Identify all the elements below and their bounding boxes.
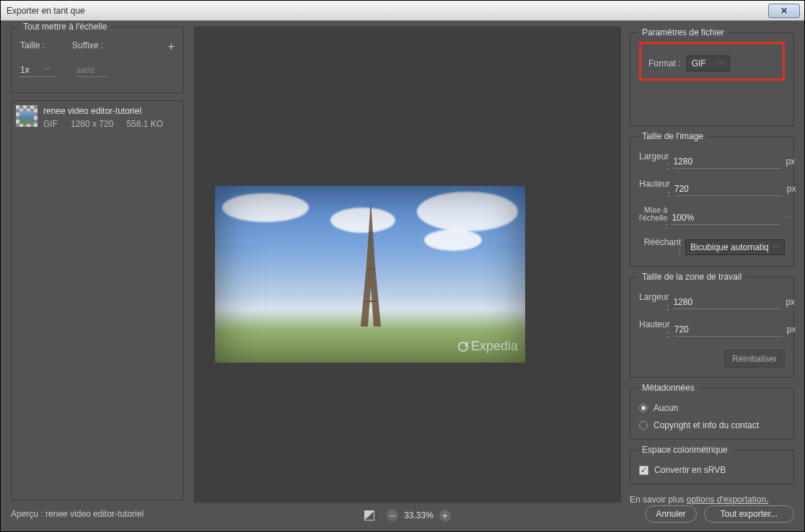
window-title: Exporter en tant que bbox=[6, 6, 85, 16]
chevron-down-icon: ﹀ bbox=[718, 59, 725, 68]
scale-label: Mise à l'échelle : bbox=[639, 206, 667, 230]
image-size-legend: Taille de l'image bbox=[638, 131, 708, 141]
colorspace-panel: Espace colorimétrique Convertir en sRVB bbox=[630, 450, 794, 484]
canvas-height-label: Hauteur : bbox=[639, 319, 670, 340]
footer: Aperçu : renee video editor-tutoriel Ann… bbox=[11, 502, 794, 526]
resample-value: Bicubique automatique bbox=[690, 242, 769, 252]
metadata-none-row[interactable]: Aucun bbox=[639, 403, 785, 413]
resample-select[interactable]: Bicubique automatique ﹀ bbox=[685, 239, 785, 255]
convert-srgb-label: Convertir en sRVB bbox=[654, 465, 726, 475]
eiffel-tower-graphic bbox=[359, 200, 382, 327]
list-item[interactable]: renee video editor-tutoriel GIF 1280 x 7… bbox=[16, 105, 179, 130]
chevron-down-icon[interactable]: ﹀ bbox=[784, 213, 791, 223]
export-all-button[interactable]: Tout exporter... bbox=[704, 505, 794, 523]
preview-status: Aperçu : renee video editor-tutoriel bbox=[11, 509, 144, 519]
format-label: Format : bbox=[648, 58, 681, 68]
canvas-size-panel: Taille de la zone de travail Largeur : p… bbox=[630, 277, 794, 378]
colorspace-legend: Espace colorimétrique bbox=[638, 445, 732, 455]
height-label: Hauteur : bbox=[639, 179, 670, 199]
canvas-height-input[interactable] bbox=[674, 323, 783, 337]
cancel-button[interactable]: Annuler bbox=[645, 505, 696, 523]
file-format: GIF bbox=[43, 118, 58, 130]
image-size-panel: Taille de l'image Largeur : px Hauteur :… bbox=[630, 136, 794, 267]
scale-input[interactable] bbox=[672, 211, 780, 225]
metadata-panel: Métadonnées Aucun Copyright et info du c… bbox=[630, 388, 794, 440]
canvas-width-label: Largeur : bbox=[639, 292, 669, 312]
radio-icon bbox=[639, 421, 648, 430]
file-settings-panel: Paramètres de fichier Format : GIF ﹀ bbox=[630, 32, 794, 126]
file-name: renee video editor-tutoriel bbox=[43, 105, 163, 117]
file-dimensions: 1280 x 720 bbox=[71, 118, 113, 130]
checkbox-icon bbox=[639, 466, 648, 475]
convert-srgb-row[interactable]: Convertir en sRVB bbox=[639, 465, 785, 475]
unit-px: px bbox=[787, 184, 796, 194]
height-input[interactable] bbox=[674, 182, 783, 196]
chevron-down-icon: ﹀ bbox=[44, 65, 51, 75]
file-list: renee video editor-tutoriel GIF 1280 x 7… bbox=[11, 100, 184, 500]
unit-px: px bbox=[786, 297, 795, 307]
unit-px: px bbox=[787, 324, 796, 334]
watermark: Expedia bbox=[458, 339, 518, 354]
titlebar: Exporter en tant que ✕ bbox=[1, 1, 804, 21]
radio-icon bbox=[639, 404, 648, 412]
size-label: Taille : bbox=[20, 40, 45, 53]
reset-button[interactable]: Réinitialiser bbox=[724, 350, 785, 368]
suffix-input[interactable]: sans bbox=[76, 63, 107, 77]
suffix-label: Suffixe : bbox=[72, 40, 103, 53]
preview-image: Expedia bbox=[215, 186, 525, 363]
format-value: GIF bbox=[692, 58, 706, 68]
scale-all-panel: Tout mettre à l'échelle Taille : Suffixe… bbox=[11, 27, 184, 93]
canvas-size-legend: Taille de la zone de travail bbox=[638, 272, 746, 282]
file-settings-legend: Paramètres de fichier bbox=[638, 27, 729, 37]
scale-legend: Tout mettre à l'échelle bbox=[19, 22, 111, 32]
width-input[interactable] bbox=[673, 155, 781, 169]
preview-canvas: Expedia bbox=[194, 27, 621, 502]
format-select[interactable]: GIF ﹀ bbox=[687, 56, 730, 71]
close-button[interactable]: ✕ bbox=[768, 4, 800, 18]
chevron-down-icon: ﹀ bbox=[773, 243, 780, 252]
metadata-copyright-label: Copyright et info du contact bbox=[654, 420, 759, 430]
resample-label: Rééchant : bbox=[639, 237, 681, 257]
add-size-button[interactable]: + bbox=[168, 40, 175, 53]
format-highlight: Format : GIF ﹀ bbox=[639, 42, 785, 81]
width-label: Largeur : bbox=[639, 151, 669, 172]
unit-px: px bbox=[786, 156, 795, 167]
size-dropdown[interactable]: 1x ﹀ bbox=[20, 63, 58, 77]
metadata-copyright-row[interactable]: Copyright et info du contact bbox=[639, 420, 785, 430]
expedia-logo-icon bbox=[458, 342, 468, 352]
size-value: 1x bbox=[20, 65, 30, 75]
canvas-width-input[interactable] bbox=[673, 296, 781, 309]
metadata-none-label: Aucun bbox=[654, 403, 678, 413]
metadata-legend: Métadonnées bbox=[638, 383, 699, 393]
file-size: 558.1 KO bbox=[126, 118, 163, 130]
file-thumbnail bbox=[16, 105, 38, 127]
